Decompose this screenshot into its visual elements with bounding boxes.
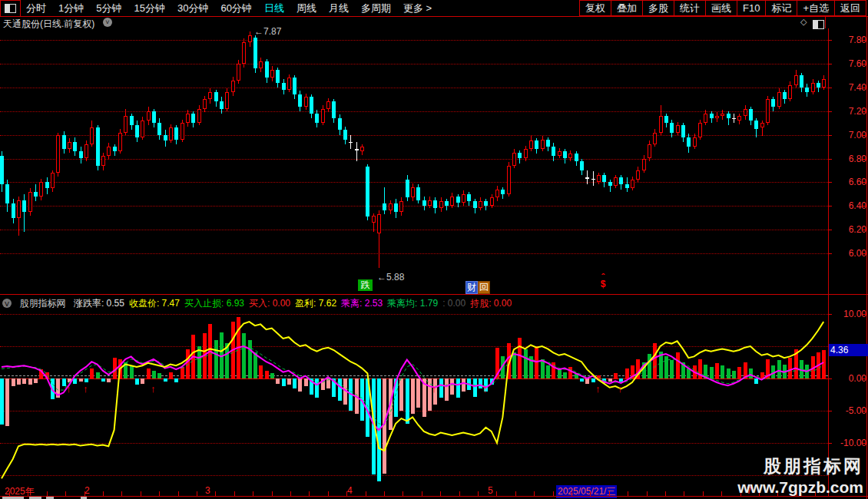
- candle: [343, 130, 347, 139]
- menu-tool-F10[interactable]: F10: [737, 0, 766, 16]
- candle: [490, 197, 494, 206]
- candle: [203, 99, 207, 108]
- price-axis-label: 6.00: [833, 248, 866, 259]
- buy-arrow-icon: ↑: [432, 385, 437, 394]
- indicator-lines: [0, 308, 828, 484]
- candle: [777, 92, 781, 107]
- menu-tool-统计[interactable]: 统计: [674, 0, 706, 16]
- candle: [389, 203, 393, 210]
- candle: [141, 121, 144, 137]
- main-candlestick-chart[interactable]: 7.807.607.407.207.006.806.606.406.206.00…: [0, 28, 868, 294]
- candle: [338, 118, 342, 130]
- indicator-field: 盈利: 7.62: [295, 298, 336, 309]
- candle: [439, 201, 443, 208]
- indicator-field: 买入: 0.00: [249, 298, 290, 309]
- candle: [265, 61, 269, 78]
- candle: [0, 156, 4, 184]
- menu-tool-复权[interactable]: 复权: [579, 0, 611, 16]
- current-value-badge: 4.36: [829, 344, 868, 356]
- price-axis-label: 6.40: [833, 200, 866, 211]
- candle: [422, 200, 426, 207]
- menu-tool-画线[interactable]: 画线: [705, 0, 737, 16]
- candle: [321, 109, 325, 124]
- menu-period-多周期[interactable]: 多周期: [355, 0, 397, 16]
- diamond-icon[interactable]: ◇: [800, 17, 807, 27]
- menu-period-日线[interactable]: 日线: [258, 0, 290, 16]
- price-gridline: [0, 253, 828, 254]
- candle: [597, 175, 601, 182]
- indicator-axis-label: 10.00: [833, 309, 866, 319]
- candle: [625, 184, 629, 188]
- menu-period-15分钟[interactable]: 15分钟: [128, 0, 171, 16]
- price-gridline: [0, 159, 828, 160]
- candle: [416, 187, 420, 200]
- candle: [495, 190, 499, 198]
- candle: [326, 101, 330, 108]
- menu-tool-多股[interactable]: 多股: [642, 0, 674, 16]
- candle: [270, 70, 274, 78]
- candle: [507, 166, 511, 194]
- candle: [113, 147, 117, 151]
- candle: [34, 192, 38, 197]
- screen-right-border: [866, 16, 867, 499]
- candle: [147, 111, 151, 121]
- chevron-down-icon[interactable]: ˅: [103, 18, 112, 27]
- indicator-axis-label: -5.00: [833, 405, 866, 416]
- candle: [377, 214, 381, 233]
- candle: [619, 177, 623, 184]
- price-gridline: [0, 40, 828, 41]
- candle: [157, 123, 161, 134]
- candle: [304, 97, 308, 106]
- indicator-values: 涨跌率: 0.55收盘价: 7.47买入止损: 6.93买入: 0.00盈利: …: [74, 298, 516, 309]
- candle: [12, 203, 15, 218]
- menu-tool-标记[interactable]: 标记: [765, 0, 797, 16]
- indicator-header: ˅ 股朋指标网 涨跌率: 0.55收盘价: 7.47买入止损: 6.93买入: …: [0, 296, 828, 308]
- candle: [282, 83, 286, 90]
- layout-toggle-button[interactable]: [0, 0, 21, 17]
- indicator-field: 持股: 0.00: [470, 298, 512, 309]
- candle: [406, 180, 409, 197]
- watermark-url: www.7gpzb.com: [737, 478, 863, 497]
- menu-tool-叠加[interactable]: 叠加: [611, 0, 643, 16]
- candle: [749, 109, 753, 121]
- candle: [135, 125, 139, 137]
- candle: [360, 147, 364, 151]
- candle: [45, 182, 49, 188]
- axis-border: [828, 28, 829, 496]
- menu-tool-+自选[interactable]: +自选: [797, 0, 835, 16]
- candle: [152, 111, 156, 123]
- menu-period-60分钟[interactable]: 60分钟: [214, 0, 257, 16]
- candle: [90, 127, 94, 144]
- menu-period-5分钟[interactable]: 5分钟: [90, 0, 128, 16]
- menu-period-月线[interactable]: 月线: [323, 0, 355, 16]
- candle: [450, 197, 454, 206]
- date-axis-label: 3: [205, 485, 210, 496]
- candle: [51, 173, 55, 188]
- candle: [298, 94, 302, 106]
- candle: [276, 70, 280, 83]
- candle: [664, 116, 668, 123]
- candle: [310, 97, 313, 114]
- candle: [732, 118, 736, 120]
- candle: [715, 116, 719, 118]
- candle: [659, 116, 663, 133]
- buy-arrow-icon: ↑: [83, 385, 88, 394]
- menu-period-周线[interactable]: 周线: [290, 0, 323, 16]
- buy-arrow-icon: ↑: [618, 385, 623, 394]
- menu-period-1分钟[interactable]: 1分钟: [52, 0, 90, 16]
- indicator-field: 乘离: 2.53: [341, 298, 383, 309]
- candle: [462, 194, 465, 203]
- candle: [107, 147, 111, 156]
- menu-period-分时[interactable]: 分时: [20, 0, 52, 16]
- candle: [181, 123, 184, 140]
- candle: [631, 180, 634, 188]
- buy-arrow-icon: ↑: [482, 385, 488, 394]
- candle: [5, 184, 9, 203]
- chevron-down-icon[interactable]: ˅: [2, 299, 12, 308]
- candle: [805, 88, 809, 92]
- price-axis-label: 6.80: [833, 154, 866, 164]
- candle: [332, 101, 336, 118]
- menu-period-30分钟[interactable]: 30分钟: [171, 0, 214, 16]
- menu-tool-返回[interactable]: 返回: [834, 0, 866, 16]
- menu-period-更多 >[interactable]: 更多 >: [397, 0, 438, 16]
